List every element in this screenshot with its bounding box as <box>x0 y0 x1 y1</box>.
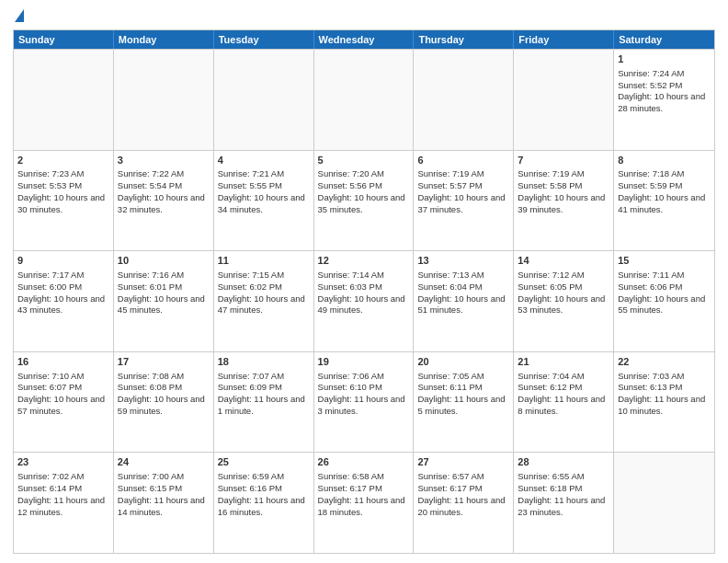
calendar-cell: 27Sunrise: 6:57 AMSunset: 6:17 PMDayligh… <box>414 453 514 553</box>
calendar-header-cell: Friday <box>514 30 614 49</box>
calendar-cell: 14Sunrise: 7:12 AMSunset: 6:05 PMDayligh… <box>514 251 614 351</box>
day-info: Sunrise: 7:12 AMSunset: 6:05 PMDaylight:… <box>518 270 605 315</box>
calendar-cell <box>614 453 714 553</box>
day-number: 6 <box>417 154 509 167</box>
calendar-cell: 4Sunrise: 7:21 AMSunset: 5:55 PMDaylight… <box>214 151 314 251</box>
calendar-header: SundayMondayTuesdayWednesdayThursdayFrid… <box>14 30 714 49</box>
day-info: Sunrise: 7:18 AMSunset: 5:59 PMDaylight:… <box>618 168 705 213</box>
calendar-cell: 23Sunrise: 7:02 AMSunset: 6:14 PMDayligh… <box>14 453 114 553</box>
calendar-cell: 20Sunrise: 7:05 AMSunset: 6:11 PMDayligh… <box>414 352 514 453</box>
calendar-cell: 1Sunrise: 7:24 AMSunset: 5:52 PMDaylight… <box>614 50 714 150</box>
day-info: Sunrise: 7:24 AMSunset: 5:52 PMDaylight:… <box>618 68 705 113</box>
day-number: 22 <box>618 355 711 369</box>
calendar-cell <box>314 50 415 150</box>
day-info: Sunrise: 7:08 AMSunset: 6:08 PMDaylight:… <box>118 371 205 416</box>
calendar-cell: 15Sunrise: 7:11 AMSunset: 6:06 PMDayligh… <box>614 251 714 351</box>
calendar-cell: 13Sunrise: 7:13 AMSunset: 6:04 PMDayligh… <box>414 251 514 351</box>
day-number: 18 <box>218 355 310 369</box>
calendar-body: 1Sunrise: 7:24 AMSunset: 5:52 PMDaylight… <box>14 49 714 553</box>
calendar-page: SundayMondayTuesdayWednesdayThursdayFrid… <box>0 0 728 563</box>
day-number: 2 <box>17 154 109 167</box>
day-number: 16 <box>17 355 109 369</box>
calendar-cell: 24Sunrise: 7:00 AMSunset: 6:15 PMDayligh… <box>114 453 214 553</box>
calendar-header-cell: Thursday <box>414 30 514 49</box>
calendar-header-cell: Tuesday <box>214 30 314 49</box>
day-number: 5 <box>318 154 410 167</box>
day-number: 26 <box>318 455 410 469</box>
day-info: Sunrise: 7:11 AMSunset: 6:06 PMDaylight:… <box>618 270 705 315</box>
day-number: 3 <box>118 154 210 167</box>
calendar-row: 9Sunrise: 7:17 AMSunset: 6:00 PMDaylight… <box>14 250 714 351</box>
day-info: Sunrise: 7:00 AMSunset: 6:15 PMDaylight:… <box>118 471 205 516</box>
calendar-cell: 16Sunrise: 7:10 AMSunset: 6:07 PMDayligh… <box>14 352 114 453</box>
day-info: Sunrise: 7:07 AMSunset: 6:09 PMDaylight:… <box>218 371 305 416</box>
day-info: Sunrise: 7:21 AMSunset: 5:55 PMDaylight:… <box>218 168 305 213</box>
calendar-cell: 25Sunrise: 6:59 AMSunset: 6:16 PMDayligh… <box>214 453 314 553</box>
calendar-row: 16Sunrise: 7:10 AMSunset: 6:07 PMDayligh… <box>14 351 714 453</box>
calendar-cell: 26Sunrise: 6:58 AMSunset: 6:17 PMDayligh… <box>314 453 415 553</box>
day-info: Sunrise: 7:06 AMSunset: 6:10 PMDaylight:… <box>318 371 405 416</box>
day-number: 28 <box>518 455 609 469</box>
day-number: 21 <box>518 355 609 369</box>
logo <box>13 9 24 24</box>
page-header <box>13 9 715 24</box>
day-number: 15 <box>618 254 711 268</box>
day-info: Sunrise: 7:20 AMSunset: 5:56 PMDaylight:… <box>318 168 405 213</box>
day-info: Sunrise: 7:22 AMSunset: 5:54 PMDaylight:… <box>118 168 205 213</box>
day-info: Sunrise: 7:05 AMSunset: 6:11 PMDaylight:… <box>417 371 505 416</box>
calendar-cell: 12Sunrise: 7:14 AMSunset: 6:03 PMDayligh… <box>314 251 415 351</box>
day-info: Sunrise: 7:03 AMSunset: 6:13 PMDaylight:… <box>618 371 705 416</box>
calendar-cell: 8Sunrise: 7:18 AMSunset: 5:59 PMDaylight… <box>614 151 714 251</box>
logo-triangle-icon <box>15 9 24 22</box>
calendar-row: 23Sunrise: 7:02 AMSunset: 6:14 PMDayligh… <box>14 452 714 553</box>
calendar-cell: 7Sunrise: 7:19 AMSunset: 5:58 PMDaylight… <box>514 151 614 251</box>
calendar-cell: 10Sunrise: 7:16 AMSunset: 6:01 PMDayligh… <box>114 251 214 351</box>
calendar: SundayMondayTuesdayWednesdayThursdayFrid… <box>13 29 715 554</box>
calendar-cell <box>214 50 314 150</box>
calendar-header-cell: Sunday <box>14 30 114 49</box>
day-info: Sunrise: 7:19 AMSunset: 5:57 PMDaylight:… <box>417 168 505 213</box>
day-number: 12 <box>318 254 410 268</box>
calendar-cell: 11Sunrise: 7:15 AMSunset: 6:02 PMDayligh… <box>214 251 314 351</box>
day-info: Sunrise: 7:10 AMSunset: 6:07 PMDaylight:… <box>17 371 105 416</box>
calendar-cell: 5Sunrise: 7:20 AMSunset: 5:56 PMDaylight… <box>314 151 415 251</box>
calendar-cell: 22Sunrise: 7:03 AMSunset: 6:13 PMDayligh… <box>614 352 714 453</box>
calendar-header-cell: Saturday <box>614 30 714 49</box>
day-info: Sunrise: 7:04 AMSunset: 6:12 PMDaylight:… <box>518 371 605 416</box>
calendar-cell: 9Sunrise: 7:17 AMSunset: 6:00 PMDaylight… <box>14 251 114 351</box>
calendar-cell <box>14 50 114 150</box>
calendar-row: 1Sunrise: 7:24 AMSunset: 5:52 PMDaylight… <box>14 49 714 150</box>
day-info: Sunrise: 7:14 AMSunset: 6:03 PMDaylight:… <box>318 270 405 315</box>
calendar-header-cell: Wednesday <box>314 30 415 49</box>
day-info: Sunrise: 7:23 AMSunset: 5:53 PMDaylight:… <box>17 168 105 213</box>
calendar-header-cell: Monday <box>114 30 214 49</box>
day-info: Sunrise: 6:55 AMSunset: 6:18 PMDaylight:… <box>518 471 605 516</box>
calendar-cell: 21Sunrise: 7:04 AMSunset: 6:12 PMDayligh… <box>514 352 614 453</box>
day-number: 23 <box>17 455 109 469</box>
calendar-cell <box>114 50 214 150</box>
day-number: 4 <box>218 154 310 167</box>
day-number: 17 <box>118 355 210 369</box>
day-number: 13 <box>417 254 509 268</box>
day-info: Sunrise: 7:17 AMSunset: 6:00 PMDaylight:… <box>17 270 105 315</box>
day-number: 9 <box>17 254 109 268</box>
day-info: Sunrise: 7:19 AMSunset: 5:58 PMDaylight:… <box>518 168 605 213</box>
day-number: 10 <box>118 254 210 268</box>
day-number: 25 <box>218 455 310 469</box>
day-info: Sunrise: 7:16 AMSunset: 6:01 PMDaylight:… <box>118 270 205 315</box>
day-info: Sunrise: 6:57 AMSunset: 6:17 PMDaylight:… <box>417 471 505 516</box>
calendar-cell <box>514 50 614 150</box>
calendar-cell: 2Sunrise: 7:23 AMSunset: 5:53 PMDaylight… <box>14 151 114 251</box>
day-number: 1 <box>618 52 711 66</box>
calendar-row: 2Sunrise: 7:23 AMSunset: 5:53 PMDaylight… <box>14 150 714 251</box>
calendar-cell: 6Sunrise: 7:19 AMSunset: 5:57 PMDaylight… <box>414 151 514 251</box>
calendar-cell: 28Sunrise: 6:55 AMSunset: 6:18 PMDayligh… <box>514 453 614 553</box>
day-number: 19 <box>318 355 410 369</box>
day-number: 11 <box>218 254 310 268</box>
day-info: Sunrise: 6:58 AMSunset: 6:17 PMDaylight:… <box>318 471 405 516</box>
day-number: 7 <box>518 154 609 167</box>
calendar-cell: 19Sunrise: 7:06 AMSunset: 6:10 PMDayligh… <box>314 352 415 453</box>
day-info: Sunrise: 6:59 AMSunset: 6:16 PMDaylight:… <box>218 471 305 516</box>
day-info: Sunrise: 7:15 AMSunset: 6:02 PMDaylight:… <box>218 270 305 315</box>
day-info: Sunrise: 7:13 AMSunset: 6:04 PMDaylight:… <box>417 270 505 315</box>
